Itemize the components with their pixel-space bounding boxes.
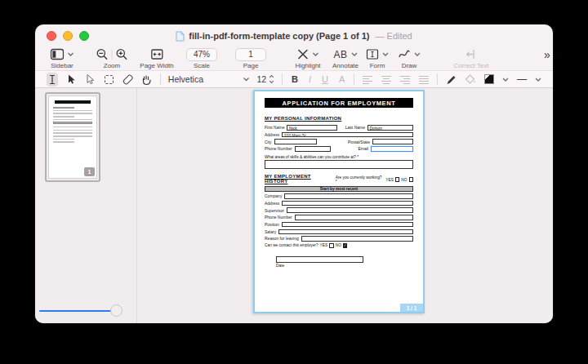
toolbar-group-correct-text: Correct Text [454, 47, 489, 69]
draw-label: Draw [402, 62, 417, 69]
page-thumbnail[interactable]: 1 [45, 92, 100, 182]
font-size-stepper[interactable]: 12 [257, 74, 275, 84]
italic-button[interactable]: I [307, 74, 313, 84]
skills-question: What areas of skills & abilities can you… [265, 155, 413, 159]
toolbar-group-sidebar: Sidebar [51, 47, 74, 69]
last-name-field[interactable]: Dolson [368, 125, 413, 131]
city-field[interactable] [274, 139, 317, 144]
font-family-select[interactable]: Helvetica [168, 74, 250, 84]
sidebar-button[interactable] [51, 48, 65, 60]
position-field[interactable] [282, 222, 413, 228]
highlight-icon[interactable] [296, 48, 309, 60]
align-left-icon[interactable] [362, 73, 373, 87]
postal-label: Postal/State [348, 140, 370, 144]
contact-yes-label: YES [320, 243, 328, 247]
strikethrough-button[interactable]: A [337, 74, 346, 84]
company-label: Company [265, 193, 282, 198]
toolbar-group-annotate: AB Annotate [332, 47, 359, 69]
hand-tool-icon[interactable] [140, 73, 153, 87]
chevron-down-icon[interactable] [414, 52, 421, 56]
zoom-out-icon[interactable] [96, 48, 109, 60]
pen-color-icon[interactable] [445, 73, 457, 87]
annotate-label: Annotate [332, 62, 359, 69]
last-name-label: Last Name [345, 125, 365, 130]
working-no-checkbox[interactable] [409, 177, 413, 182]
close-button[interactable] [47, 31, 56, 41]
traffic-lights [47, 31, 89, 41]
chevron-down-icon[interactable] [312, 52, 318, 56]
toolbar-overflow-button[interactable]: » [544, 48, 550, 61]
draw-icon[interactable] [398, 48, 411, 60]
position-label: Position [265, 222, 279, 227]
chevron-down-icon[interactable] [502, 78, 509, 82]
address-field[interactable]: 100 Main St [282, 132, 413, 138]
minimize-button[interactable] [63, 31, 73, 41]
date-label: Date [276, 264, 363, 268]
email-label: Email [358, 146, 368, 151]
align-justify-icon[interactable] [418, 73, 430, 87]
zoom-in-icon[interactable] [116, 48, 128, 60]
employment-row: Company [265, 193, 413, 199]
chevron-down-icon[interactable] [68, 52, 74, 56]
page-indicator-badge: 1 / 1 [400, 304, 423, 312]
select-cursor-icon[interactable] [65, 73, 77, 87]
align-center-icon[interactable] [381, 73, 392, 87]
eraser-icon[interactable] [122, 73, 133, 87]
email-field[interactable] [371, 146, 413, 152]
employment-row: Supervisor [265, 207, 413, 213]
date-field[interactable] [276, 256, 363, 263]
form-title-banner: APPLICATION FOR EMPLOYMENT [265, 98, 413, 108]
contact-yes-checkbox[interactable] [329, 243, 334, 248]
chevron-down-icon[interactable] [351, 52, 358, 56]
city-label: City [265, 140, 272, 144]
contact-question: Can we contact this employer? [265, 243, 318, 247]
text-tool-ibeam-icon[interactable] [47, 73, 58, 87]
toolbar-group-draw: Draw [398, 47, 421, 69]
scale-value-field[interactable]: 47% [186, 48, 217, 61]
slider-track[interactable] [39, 310, 113, 313]
supervisor-label: Supervisor [265, 208, 284, 213]
align-right-icon[interactable] [399, 73, 411, 87]
chevron-down-icon[interactable] [382, 52, 389, 56]
supervisor-field[interactable] [287, 207, 413, 213]
thumbnail-page-number: 1 [84, 167, 95, 176]
bold-button[interactable]: B [290, 74, 300, 84]
page-width-icon[interactable] [150, 48, 163, 60]
line-style-button[interactable]: — [516, 73, 528, 87]
page-label: Page [243, 62, 259, 69]
employment-table-banner: Start by most recent [265, 186, 413, 192]
skills-field[interactable] [265, 160, 413, 169]
contact-no-checkbox[interactable]: ✓ [343, 243, 348, 248]
working-yes-checkbox[interactable] [395, 177, 399, 182]
page-number-field[interactable]: 1 [235, 48, 266, 61]
document-proxy-icon [176, 31, 185, 42]
color-swatch[interactable] [483, 73, 495, 87]
salary-field[interactable] [278, 229, 413, 235]
window-title: fill-in-pdf-form-template copy (Page 1 o… [189, 31, 369, 41]
emp-address-field[interactable] [282, 201, 413, 206]
highlight-label: Highlight [295, 62, 320, 69]
main-toolbar: Sidebar Zoom Page Width [35, 47, 553, 70]
toolbar-group-form: Form [366, 47, 389, 69]
marquee-select-icon[interactable] [103, 73, 114, 87]
chevron-down-icon[interactable] [535, 78, 541, 82]
underline-button[interactable]: U [320, 74, 330, 84]
company-field[interactable] [284, 193, 413, 199]
fill-bucket-icon[interactable] [464, 73, 476, 87]
outline-cursor-icon[interactable] [84, 73, 96, 87]
employment-history-heading: MY EMPLOYMENT HISTORY [265, 174, 336, 184]
form-icon[interactable] [366, 48, 379, 60]
phone-field[interactable] [295, 146, 331, 152]
reason-field[interactable] [301, 236, 413, 242]
annotate-icon[interactable]: AB [333, 49, 347, 60]
format-toolbar: Helvetica 12 B I U A [35, 70, 553, 88]
fullscreen-button[interactable] [79, 31, 89, 41]
content-area: 1 APPLICATION FOR EMPLOYMENT MY PERSONAL… [35, 88, 553, 323]
postal-field[interactable] [372, 139, 413, 144]
thumbnail-size-slider[interactable] [39, 304, 121, 317]
slider-knob[interactable] [110, 304, 122, 317]
employment-row: Phone Number [265, 215, 413, 220]
emp-phone-field[interactable] [295, 215, 413, 220]
reason-label: Reason for leaving [265, 236, 299, 241]
first-name-field[interactable]: Nick [287, 125, 336, 131]
